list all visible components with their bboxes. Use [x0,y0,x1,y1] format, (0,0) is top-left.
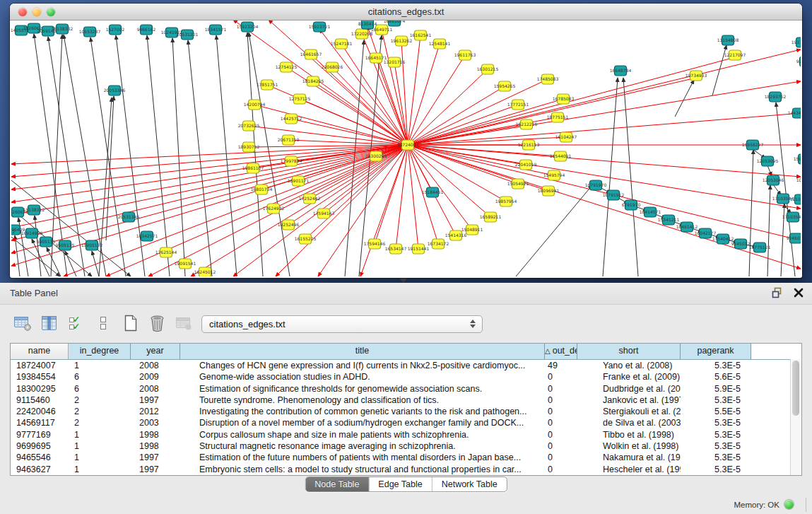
cell-name: 18300295 [11,383,69,395]
cell-year: 2012 [131,406,180,417]
cell-year: 2003 [131,417,180,428]
table-row[interactable]: 1938455462009Genome-wide association stu… [11,371,801,382]
tab-network-table[interactable]: Network Table [432,477,507,491]
scrollbar-thumb[interactable] [792,361,799,416]
cell-in_degree: 2 [69,417,131,428]
cell-pagerank: 5.3E-5 [681,452,751,463]
cell-short: Jankovic et al. (1997) [577,395,681,406]
delete-table-button[interactable] [146,313,168,334]
close-panel-icon[interactable] [794,288,804,300]
graph-node-label: 16301215 [477,66,499,71]
column-header-out_de[interactable]: △out_de... [545,344,577,359]
table-row[interactable]: 1456911722003Disruption of a novel membe… [11,417,801,428]
table-selector-value: citations_edges.txt [209,319,286,329]
table-row[interactable]: 1872400712008Changes of HCN gene express… [11,360,801,371]
table-row[interactable]: 946362711997Embryonic stem cells: a mode… [11,464,801,475]
graph-node-label: 12217097 [724,52,746,57]
memory-status-indicator[interactable] [784,500,794,509]
cell-in_degree: 1 [69,464,131,475]
select-columns-button[interactable]: ✓ ✓ [65,313,88,334]
graph-node-label: 15341211 [658,217,680,222]
toggle-rows-icon [96,315,110,332]
column-header-year[interactable]: year [131,344,180,359]
graph-node-label: 10821541 [796,177,801,182]
citation-edge-black [623,78,638,276]
cell-year: 2008 [131,360,180,371]
citation-edge-black [776,103,795,276]
table-row[interactable]: 2242004622012Investigating the contribut… [11,406,801,417]
new-table-button[interactable] [119,313,141,334]
memory-status-label: Memory: OK [734,501,779,509]
table-row[interactable]: 969969511998Structural magnetic resonanc… [11,440,801,452]
graph-node-label: 19611763 [454,52,476,57]
cell-year: 1997 [131,395,180,406]
cell-out_de: 0 [545,395,577,406]
tab-edge-table[interactable]: Edge Table [368,477,431,491]
network-graph-canvas[interactable]: 1524718116461657127541251785175114200794… [11,21,801,276]
citation-edge-red [394,62,408,145]
cell-out_de: 0 [545,429,577,440]
table-selector-dropdown[interactable]: citations_edges.txt [201,315,483,333]
graph-node-label: 16861074 [384,21,406,23]
citation-edge-black [516,185,592,276]
float-panel-icon[interactable] [772,287,784,301]
cell-in_degree: 1 [69,429,131,440]
graph-node-label: 18775151 [547,115,569,119]
cell-out_de: 49 [545,360,577,371]
toggle-rows-button[interactable] [92,313,114,334]
table-row[interactable]: 1830029562008Estimation of significance … [11,383,801,395]
graph-node-label: 20671319 [278,137,300,142]
graph-node-label: 15958227 [742,142,764,147]
table-row[interactable]: 977716911998Corpus callosum shape and si… [11,429,801,440]
window-title: citations_edges.txt [10,6,802,17]
citation-edge-red [408,145,472,230]
citation-edge-red [408,145,418,249]
column-header-title[interactable]: title [180,344,545,359]
graph-svg[interactable]: 1524718116461657127541251785175114200794… [11,21,801,276]
table-row[interactable]: 946554611997Estimation of the future num… [11,452,801,463]
vertical-scrollbar[interactable] [790,359,801,475]
cell-out_de: 0 [545,371,577,382]
table-settings-button[interactable] [11,313,34,334]
column-header-pagerank[interactable]: pagerank [681,344,751,359]
column-header-name[interactable]: name [11,344,69,359]
citation-edge-red [408,81,801,145]
column-header-short[interactable]: short [577,344,681,359]
cell-pagerank: 5.3E-5 [681,440,751,452]
cell-title: Investigating the contribution of common… [180,406,545,417]
graph-node-label: 8130414 [358,21,377,26]
cell-short: Franke et al. (2009) [577,371,681,382]
column-header-in_degree[interactable]: in_degree [69,344,131,359]
graph-node-label: 15923204 [237,24,259,29]
graph-node-label: 1527002 [106,27,125,32]
table-row[interactable]: 911546021997Tourette syndrome. Phenomeno… [11,395,801,406]
graph-node-label: 20531346 [118,214,140,219]
graph-node-label: 9466162 [137,27,156,32]
graph-node-label: 9245013 [787,235,801,240]
network-window[interactable]: citations_edges.txt 15247181164616571275… [10,4,802,278]
table-panel: Table Panel [0,283,812,514]
graph-node-label: 18293762 [765,94,787,99]
graph-node-label: 16589211 [480,214,502,219]
cell-short: Nakamura et al. (1997) [577,452,681,463]
graph-node-label: 16212216 [516,122,538,127]
cell-out_de: 0 [545,452,577,463]
graph-node-label: 18505812 [11,229,15,234]
citation-edge-black [675,80,694,117]
window-titlebar[interactable]: citations_edges.txt [10,4,802,21]
tab-node-table[interactable]: Node Table [305,477,368,491]
table-header-row: namein_degreeyeartitle△out_de...shortpag… [11,344,801,360]
new-file-icon [122,314,139,332]
cell-name: 9463627 [11,464,69,475]
dropdown-arrows-icon [470,320,476,328]
graph-node-label: 22041019 [515,162,537,167]
cell-name: 9465546 [11,452,69,463]
citation-edge-black [172,38,185,276]
citation-edge-red [408,99,563,145]
edit-column-button[interactable] [38,313,61,334]
citation-edge-red [191,145,408,276]
graph-node-label: 17997834 [281,158,302,163]
graph-node-label: 16801734 [251,187,273,192]
select-columns-icon: ✓ ✓ [68,315,86,332]
graph-node-label: 17540412 [712,236,734,241]
